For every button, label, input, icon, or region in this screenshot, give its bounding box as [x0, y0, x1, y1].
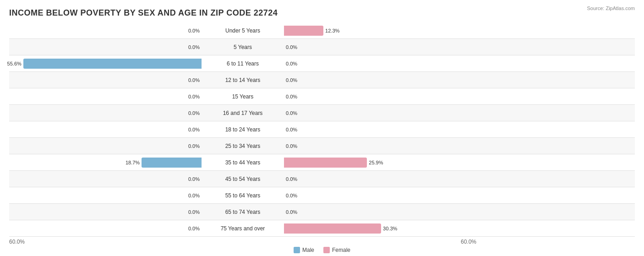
chart-row: 0.0%12 to 14 Years0.0% [9, 72, 635, 88]
chart-area: 0.0%Under 5 Years12.3%0.0%5 Years0.0%55.… [9, 22, 635, 223]
right-data: 0.0% [284, 138, 476, 154]
right-data: 0.0% [284, 171, 476, 187]
chart-row: 0.0%Under 5 Years12.3% [9, 22, 635, 39]
axis-right-label: 60.0% [284, 239, 476, 245]
chart-row: 0.0%45 to 54 Years0.0% [9, 171, 635, 187]
right-data: 0.0% [284, 55, 476, 72]
row-label: Under 5 Years [202, 27, 284, 34]
left-data: 0.0% [9, 171, 202, 187]
row-label: 35 to 44 Years [202, 159, 284, 166]
left-data: 0.0% [9, 72, 202, 88]
chart-row: 18.7%35 to 44 Years25.9% [9, 154, 635, 171]
row-label: 75 Years and over [202, 225, 284, 232]
left-data: 0.0% [9, 187, 202, 204]
left-data: 0.0% [9, 39, 202, 55]
legend-female-box [323, 247, 330, 253]
row-label: 25 to 34 Years [202, 143, 284, 149]
legend-female: Female [323, 247, 350, 253]
chart-row: 0.0%15 Years0.0% [9, 88, 635, 105]
left-data: 18.7% [9, 154, 202, 171]
chart-row: 0.0%16 and 17 Years0.0% [9, 105, 635, 121]
row-label: 6 to 11 Years [202, 60, 284, 67]
row-label: 55 to 64 Years [202, 192, 284, 199]
chart-title: INCOME BELOW POVERTY BY SEX AND AGE IN Z… [9, 5, 635, 21]
right-data: 25.9% [284, 154, 476, 171]
right-data: 12.3% [284, 22, 476, 39]
chart-container: INCOME BELOW POVERTY BY SEX AND AGE IN Z… [0, 0, 644, 256]
row-label: 16 and 17 Years [202, 110, 284, 116]
left-data: 0.0% [9, 88, 202, 105]
row-label: 5 Years [202, 44, 284, 50]
bottom-axis: 60.0% 60.0% [9, 237, 635, 245]
right-data: 0.0% [284, 204, 476, 220]
row-label: 12 to 14 Years [202, 77, 284, 83]
chart-row: 55.6%6 to 11 Years0.0% [9, 55, 635, 72]
chart-rows-wrapper: 0.0%Under 5 Years12.3%0.0%5 Years0.0%55.… [9, 22, 635, 237]
right-data: 0.0% [284, 72, 476, 88]
chart-row: 0.0%75 Years and over30.3% [9, 220, 635, 237]
row-label: 18 to 24 Years [202, 126, 284, 133]
legend: Male Female [9, 247, 635, 253]
left-data: 0.0% [9, 22, 202, 39]
legend-male: Male [294, 247, 314, 253]
left-data: 55.6% [9, 55, 202, 72]
right-data: 0.0% [284, 88, 476, 105]
row-label: 65 to 74 Years [202, 209, 284, 215]
right-data: 0.0% [284, 105, 476, 121]
axis-left-label: 60.0% [9, 239, 202, 245]
chart-row: 0.0%25 to 34 Years0.0% [9, 138, 635, 154]
left-data: 0.0% [9, 220, 202, 237]
left-data: 0.0% [9, 204, 202, 220]
chart-row: 0.0%65 to 74 Years0.0% [9, 204, 635, 220]
right-data: 0.0% [284, 121, 476, 138]
chart-row: 0.0%55 to 64 Years0.0% [9, 187, 635, 204]
source-text: Source: ZipAtlas.com [587, 5, 635, 11]
left-data: 0.0% [9, 105, 202, 121]
chart-row: 0.0%5 Years0.0% [9, 39, 635, 55]
chart-row: 0.0%18 to 24 Years0.0% [9, 121, 635, 138]
legend-male-box [294, 247, 300, 253]
left-data: 0.0% [9, 121, 202, 138]
right-data: 0.0% [284, 187, 476, 204]
right-data: 30.3% [284, 220, 476, 237]
row-label: 15 Years [202, 93, 284, 100]
legend-female-label: Female [332, 247, 350, 253]
legend-male-label: Male [302, 247, 314, 253]
right-data: 0.0% [284, 39, 476, 55]
row-label: 45 to 54 Years [202, 176, 284, 182]
left-data: 0.0% [9, 138, 202, 154]
